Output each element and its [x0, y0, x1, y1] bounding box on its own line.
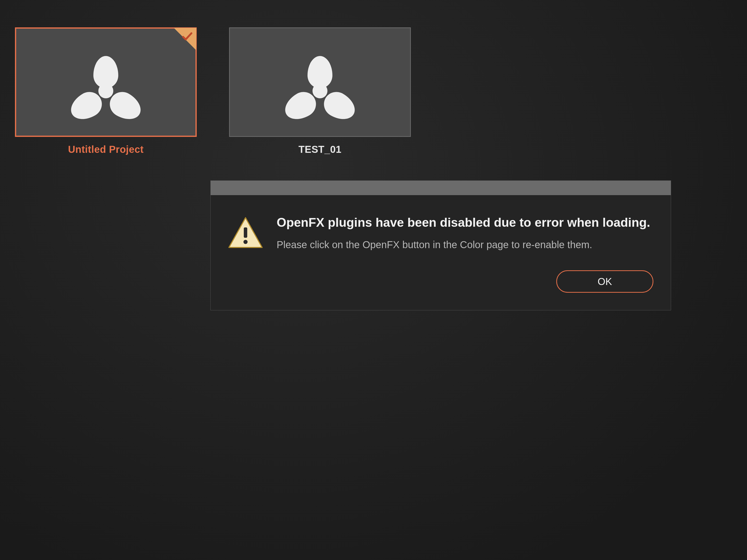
dialog-titlebar[interactable] [211, 181, 671, 195]
warning-icon [228, 215, 263, 251]
check-icon [181, 30, 194, 43]
resolve-logo-icon [294, 56, 346, 108]
project-thumbnail[interactable] [229, 27, 411, 137]
svg-rect-1 [244, 228, 247, 238]
resolve-logo-icon [80, 56, 132, 108]
project-item-untitled[interactable]: Untitled Project [15, 27, 197, 155]
ok-button[interactable]: OK [556, 270, 653, 293]
dialog-footer: OK [211, 260, 671, 310]
svg-point-2 [243, 240, 248, 244]
project-label: TEST_01 [299, 144, 341, 155]
dialog-text: OpenFX plugins have been disabled due to… [277, 215, 653, 251]
dialog-description: Please click on the OpenFX button in the… [277, 238, 653, 251]
project-label: Untitled Project [68, 144, 144, 155]
project-thumbnail[interactable] [15, 27, 197, 137]
project-grid: Untitled Project TEST_01 [15, 27, 411, 155]
project-item-test01[interactable]: TEST_01 [229, 27, 411, 155]
dialog-body: OpenFX plugins have been disabled due to… [211, 195, 671, 260]
project-manager-window: Untitled Project TEST_01 [0, 0, 747, 560]
dialog-heading: OpenFX plugins have been disabled due to… [277, 215, 653, 231]
ok-button-label: OK [598, 276, 612, 287]
warning-dialog: OpenFX plugins have been disabled due to… [210, 181, 671, 310]
